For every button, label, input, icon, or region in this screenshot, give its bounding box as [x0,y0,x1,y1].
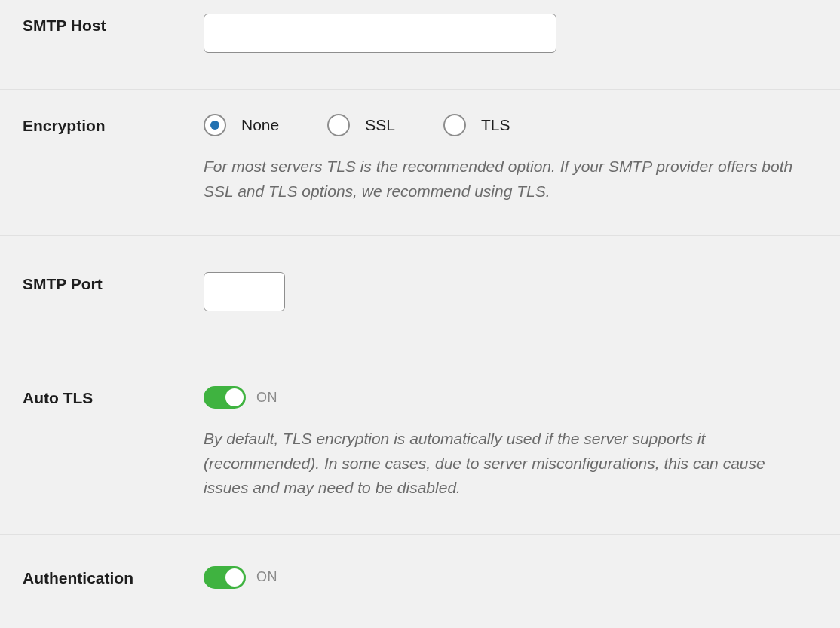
row-auto-tls: Auto TLS ON By default, TLS encryption i… [0,348,840,535]
smtp-port-input[interactable] [204,272,285,311]
encryption-option-ssl[interactable]: SSL [327,114,395,136]
encryption-option-tls-label: TLS [481,116,510,134]
row-authentication: Authentication ON [0,535,840,608]
authentication-status: ON [256,569,277,585]
smtp-port-field [204,272,817,311]
auto-tls-toggle[interactable] [204,386,246,409]
smtp-host-label: SMTP Host [23,14,204,35]
encryption-label: Encryption [23,114,204,135]
row-encryption: Encryption None SSL TLS For most servers… [0,90,840,236]
radio-icon [204,114,226,136]
row-smtp-host: SMTP Host [0,0,840,90]
encryption-option-none-label: None [241,116,279,134]
smtp-settings-form: SMTP Host Encryption None SSL TLS [0,0,840,608]
radio-icon [443,114,466,136]
smtp-port-label: SMTP Port [23,272,204,293]
encryption-option-ssl-label: SSL [365,116,395,134]
smtp-host-input[interactable] [204,14,556,53]
radio-icon [327,114,350,136]
encryption-option-tls[interactable]: TLS [443,114,510,136]
auto-tls-label: Auto TLS [23,386,204,407]
smtp-host-field [204,14,817,53]
encryption-option-none[interactable]: None [204,114,279,136]
encryption-radio-group: None SSL TLS [204,114,817,136]
auto-tls-field: ON By default, TLS encryption is automat… [204,386,817,501]
encryption-field: None SSL TLS For most servers TLS is the… [204,114,817,204]
auto-tls-status: ON [256,390,277,406]
authentication-label: Authentication [23,566,204,587]
authentication-toggle[interactable] [204,566,246,589]
row-smtp-port: SMTP Port [0,236,840,348]
authentication-toggle-row: ON [204,566,817,589]
authentication-field: ON [204,566,817,589]
encryption-description: For most servers TLS is the recommended … [204,155,814,204]
auto-tls-description: By default, TLS encryption is automatica… [204,427,814,501]
auto-tls-toggle-row: ON [204,386,817,409]
